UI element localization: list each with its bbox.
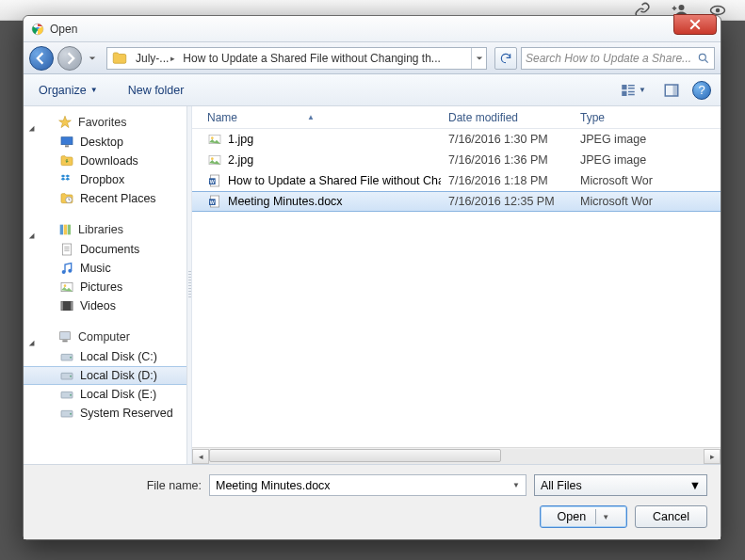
open-dialog: Open July-...▸ How to Update a Shared Fi…: [23, 15, 721, 540]
nav-bar: July-...▸ How to Update a Shared File wi…: [24, 42, 721, 74]
svg-point-22: [68, 269, 72, 273]
breadcrumb-seg-2[interactable]: How to Update a Shared File without Chan…: [179, 52, 445, 65]
command-bar: Organize▼ New folder ▼ ?: [24, 74, 721, 106]
tree-item[interactable]: System Reserved: [24, 404, 186, 423]
svg-point-31: [70, 357, 72, 359]
svg-rect-15: [65, 145, 69, 147]
tree-group[interactable]: Computer: [24, 327, 186, 347]
search-icon: [697, 52, 710, 65]
svg-point-21: [62, 270, 66, 274]
close-button[interactable]: [673, 14, 717, 35]
tree-item[interactable]: Pictures: [24, 278, 186, 296]
svg-rect-13: [673, 85, 678, 96]
file-list-pane: Name▲ Date modified Type 1.jpg 7/16/2016…: [192, 106, 721, 464]
scroll-right-button[interactable]: ▸: [704, 449, 721, 464]
folder-icon: [111, 50, 128, 67]
horizontal-scrollbar[interactable]: ◂ ▸: [192, 447, 721, 464]
filename-label: File name:: [37, 479, 202, 492]
file-row[interactable]: WMeeting Minutes.docx 7/16/2016 12:35 PM…: [192, 191, 721, 212]
svg-point-2: [716, 8, 721, 12]
file-list[interactable]: 1.jpg 7/16/2016 1:30 PM JPEG image 2.jpg…: [192, 129, 721, 447]
title-bar[interactable]: Open: [24, 16, 721, 42]
svg-point-37: [70, 413, 72, 415]
svg-rect-28: [60, 332, 71, 340]
svg-rect-19: [68, 225, 71, 235]
svg-rect-18: [64, 225, 67, 235]
svg-rect-29: [62, 340, 67, 342]
navigation-pane[interactable]: FavoritesDesktopDownloadsDropboxRecent P…: [24, 106, 187, 464]
chrome-icon: [31, 23, 44, 36]
tree-item[interactable]: Recent Places: [24, 189, 186, 208]
tree-item[interactable]: Downloads: [24, 152, 186, 170]
file-row[interactable]: 1.jpg 7/16/2016 1:30 PM JPEG image: [192, 129, 721, 150]
tree-item[interactable]: Dropbox: [24, 170, 186, 189]
tree-item[interactable]: Music: [24, 259, 186, 278]
breadcrumb[interactable]: July-...▸ How to Update a Shared File wi…: [106, 47, 487, 70]
scroll-thumb[interactable]: [209, 449, 501, 462]
svg-point-39: [211, 136, 214, 139]
open-button[interactable]: Open▼: [540, 505, 628, 528]
file-filter-dropdown[interactable]: All Files▼: [534, 474, 707, 496]
svg-point-35: [70, 394, 72, 396]
svg-rect-26: [61, 301, 63, 310]
svg-rect-9: [622, 90, 626, 95]
svg-point-41: [211, 157, 214, 160]
scroll-track[interactable]: [209, 449, 704, 464]
tree-group[interactable]: Libraries: [24, 219, 186, 240]
tree-item[interactable]: Desktop: [24, 133, 186, 152]
column-name[interactable]: Name▲: [200, 111, 441, 124]
column-headers[interactable]: Name▲ Date modified Type: [192, 106, 721, 129]
column-date[interactable]: Date modified: [441, 111, 573, 124]
tree-item[interactable]: Local Disk (E:): [24, 385, 186, 404]
view-options-button[interactable]: ▼: [615, 79, 651, 102]
new-folder-button[interactable]: New folder: [122, 80, 190, 101]
svg-rect-17: [60, 225, 63, 235]
tree-item[interactable]: Local Disk (C:): [24, 347, 186, 366]
organize-menu[interactable]: Organize▼: [33, 80, 104, 101]
breadcrumb-seg-1[interactable]: July-...▸: [132, 52, 179, 65]
refresh-button[interactable]: [494, 47, 517, 70]
file-row[interactable]: WHow to Update a Shared File without Cha…: [192, 170, 721, 191]
svg-point-24: [64, 284, 67, 287]
svg-rect-10: [628, 90, 635, 92]
tree-item[interactable]: Videos: [24, 296, 186, 315]
forward-button[interactable]: [57, 46, 82, 71]
svg-rect-14: [61, 137, 73, 145]
svg-rect-7: [628, 85, 635, 87]
preview-pane-button[interactable]: [658, 79, 685, 102]
svg-rect-27: [71, 301, 73, 310]
file-row[interactable]: 2.jpg 7/16/2016 1:36 PM JPEG image: [192, 150, 721, 170]
svg-rect-8: [628, 88, 635, 89]
cancel-button[interactable]: Cancel: [635, 505, 707, 528]
svg-point-0: [679, 5, 685, 10]
tree-item[interactable]: Documents: [24, 240, 186, 259]
column-type[interactable]: Type: [573, 111, 721, 124]
tree-item[interactable]: Local Disk (D:): [24, 366, 186, 385]
dialog-footer: File name: Meeting Minutes.docx▼ All Fil…: [24, 465, 721, 539]
svg-point-33: [70, 376, 72, 377]
svg-point-5: [699, 54, 705, 60]
breadcrumb-dropdown[interactable]: [471, 48, 486, 69]
svg-rect-11: [628, 93, 635, 95]
filename-input[interactable]: Meeting Minutes.docx▼: [209, 474, 526, 496]
dialog-title: Open: [31, 23, 77, 36]
nav-history-dropdown[interactable]: [86, 46, 99, 71]
svg-rect-20: [62, 244, 71, 255]
tree-group[interactable]: Favorites: [24, 112, 186, 133]
search-input[interactable]: Search How to Update a Share...: [521, 47, 715, 70]
back-button[interactable]: [29, 46, 54, 71]
svg-rect-6: [622, 85, 626, 89]
help-button[interactable]: ?: [692, 81, 711, 100]
scroll-left-button[interactable]: ◂: [192, 449, 209, 464]
